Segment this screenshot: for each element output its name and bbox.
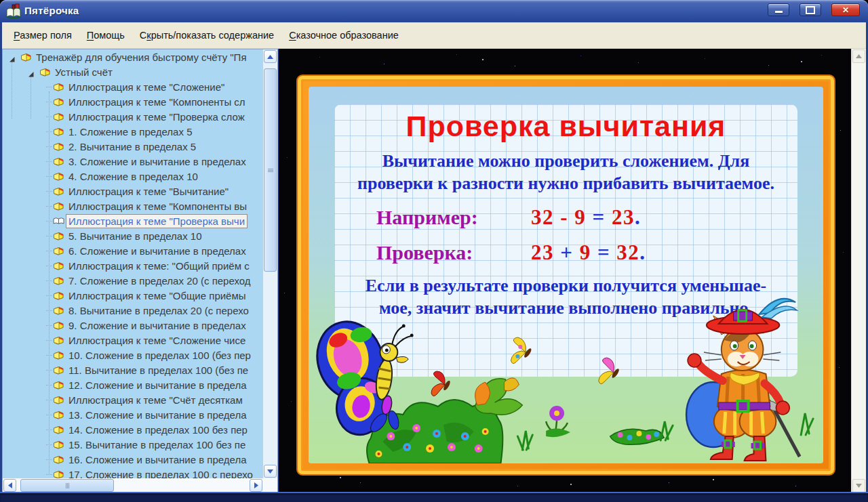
tree-item-label: Иллюстрация к теме "Сложение" (66, 81, 226, 93)
tree-connector (46, 236, 52, 236)
small-butterfly-icon (599, 358, 620, 384)
book-icon (53, 142, 64, 151)
tree-item-label: 6. Сложение и вычитание в пределах (66, 245, 248, 257)
book-icon (53, 381, 64, 390)
minimize-button[interactable] (768, 3, 789, 16)
tree-item[interactable]: Иллюстрация к теме "Сложение чисе (3, 333, 263, 348)
tree-item[interactable]: Иллюстрация к теме "Счёт десяткам (3, 392, 263, 407)
tree-item[interactable]: Иллюстрация к теме "Компоненты сл (3, 94, 263, 109)
tree-item[interactable]: Иллюстрация к теме "Общие приёмы (3, 288, 263, 303)
tree-item[interactable]: 5. Вычитание в пределах 10 (3, 228, 263, 243)
tree-item[interactable]: 8. Вычитание в пределах 20 (с перехо (3, 303, 263, 318)
tree-hscroll-thumb[interactable] (20, 479, 114, 492)
arrow-down-icon (856, 484, 862, 488)
content-scroll-down-button[interactable] (852, 479, 865, 493)
tree-item[interactable]: 12. Сложение и вычитание в предела (3, 377, 263, 392)
app-book-icon (5, 3, 22, 20)
book-icon (53, 187, 64, 196)
close-button[interactable]: ✕ (831, 3, 860, 16)
tree-item[interactable]: Иллюстрация к теме: "Общий приём с (3, 258, 263, 273)
tree-item[interactable]: Иллюстрация к теме "Сложение" (3, 79, 263, 94)
tree-item-label: Иллюстрация к теме "Компоненты вы (66, 200, 249, 213)
tree-item[interactable]: 4. Сложение в пределах 10 (3, 169, 263, 184)
scroll-right-button[interactable] (250, 479, 262, 492)
tree-item-label: 13. Сложение и вычитание в предела (66, 409, 249, 421)
arrow-right-icon (254, 482, 258, 488)
tree-item[interactable]: 1. Сложение в пределах 5 (3, 124, 263, 139)
book-icon (53, 276, 64, 285)
scroll-up-button[interactable] (264, 50, 277, 63)
tree-item-label: Иллюстрация к теме "Общие приёмы (66, 289, 248, 302)
tree-item[interactable]: 7. Сложение в пределах 20 (с переход (3, 273, 263, 288)
tree-item[interactable]: 11. Вычитание в пределах 100 (без пе (3, 362, 263, 377)
scrollbar-corner (263, 478, 277, 493)
content-scroll-up-button[interactable] (852, 49, 865, 63)
tree-connector (46, 400, 52, 400)
book-icon (53, 321, 64, 330)
tree-item-label: 7. Сложение в пределах 20 (с переход (66, 274, 253, 287)
check-label: Проверка: (376, 241, 531, 264)
tree-item[interactable]: 6. Сложение и вычитание в пределах (3, 243, 263, 258)
book-icon (53, 232, 64, 240)
tree-item[interactable]: 9. Сложение и вычитание в пределах (3, 318, 263, 333)
tree-item[interactable]: 15. Вычитание в пределах 100 без пе (3, 437, 263, 452)
scroll-down-button[interactable] (264, 465, 277, 478)
equation-part: + (560, 240, 579, 264)
tree-item[interactable]: 2. Вычитание в пределах 5 (3, 139, 263, 154)
book-icon (53, 247, 64, 255)
content-area: Проверка вычитания Вычитание можно прове… (279, 49, 851, 493)
tree-item[interactable]: 17. Сложение в пределах 100 с перехо (3, 467, 263, 478)
tree-item[interactable]: 3. Сложение и вычитание в пределах (3, 154, 263, 169)
menu-item[interactable]: Размер поля (6, 27, 79, 43)
menu-item[interactable]: Помощь (79, 27, 132, 43)
window-title: Пятёрочка (24, 5, 79, 16)
tree-item[interactable]: 14. Сложение в пределах 100 без пер (3, 422, 263, 437)
tree-horizontal-scrollbar[interactable] (3, 478, 263, 493)
tree-connector (46, 87, 52, 87)
butterfly-illustration (309, 313, 414, 440)
example-row: Например: 32 - 9 = 23. (334, 205, 797, 230)
client-area: Тренажёр для обучения быстрому счёту "Пя… (2, 49, 866, 493)
scroll-left-button[interactable] (3, 479, 16, 492)
poster-board: Проверка вычитания Вычитание можно прове… (309, 87, 823, 463)
tree-item-label: 9. Сложение и вычитание в пределах (66, 319, 248, 332)
content-vertical-scrollbar[interactable] (851, 49, 866, 493)
small-butterfly-icon (431, 371, 451, 396)
tree-item[interactable]: Иллюстрация к теме "Проверка вычи (3, 213, 263, 228)
tree-connector (46, 161, 52, 162)
maximize-button[interactable] (800, 3, 821, 16)
contents-panel: Тренажёр для обучения быстрому счёту "Пя… (2, 49, 278, 493)
book-icon (53, 336, 64, 345)
expand-arrow-icon[interactable] (8, 54, 16, 61)
tree-vertical-scrollbar[interactable] (263, 49, 277, 478)
menu-item[interactable]: Сказочное образование (281, 27, 406, 43)
book-icon (53, 396, 64, 404)
tree-item[interactable]: Иллюстрация к теме "Вычитание" (3, 184, 263, 198)
contents-tree: Тренажёр для обучения быстрому счёту "Пя… (3, 49, 263, 478)
book-icon (53, 112, 64, 121)
tree-item[interactable]: Иллюстрация к теме "Компоненты вы (3, 198, 263, 213)
equation-part: 23 (531, 240, 560, 264)
tree-connector (46, 146, 52, 147)
tree-connector (46, 459, 52, 460)
tree-item-label: 16. Сложение и вычитание в предела (66, 453, 249, 466)
tree-item[interactable]: 10. Сложение в пределах 100 (без пер (3, 348, 263, 362)
tree-item-label: 1. Сложение в пределах 5 (66, 125, 194, 138)
tree-item[interactable]: Устный счёт (3, 64, 263, 79)
lesson-poster: Проверка вычитания Вычитание можно прове… (296, 75, 835, 476)
tree-item[interactable]: 13. Сложение и вычитание в предела (3, 407, 263, 422)
tree-connector (46, 474, 52, 475)
expand-arrow-icon[interactable] (27, 68, 35, 76)
tree-item[interactable]: Тренажёр для обучения быстрому счёту "Пя (3, 49, 263, 64)
poster-paragraph-1: Вычитание можно проверить сложением. Для… (334, 150, 797, 194)
tree-vscroll-thumb[interactable] (264, 68, 277, 272)
tree-item[interactable]: Иллюстрация к теме "Проверка слож (3, 109, 263, 124)
book-icon (53, 306, 64, 315)
tree-item-label: Иллюстрация к теме "Сложение чисе (66, 334, 248, 347)
small-butterfly-icon (511, 337, 532, 364)
tree-item[interactable]: 16. Сложение и вычитание в предела (3, 452, 263, 467)
close-icon: ✕ (842, 6, 849, 14)
menu-item[interactable]: Скрыть/показать содержание (132, 27, 281, 43)
tree-item-label: 5. Вычитание в пределах 10 (66, 230, 204, 243)
open-book-icon (53, 217, 64, 226)
